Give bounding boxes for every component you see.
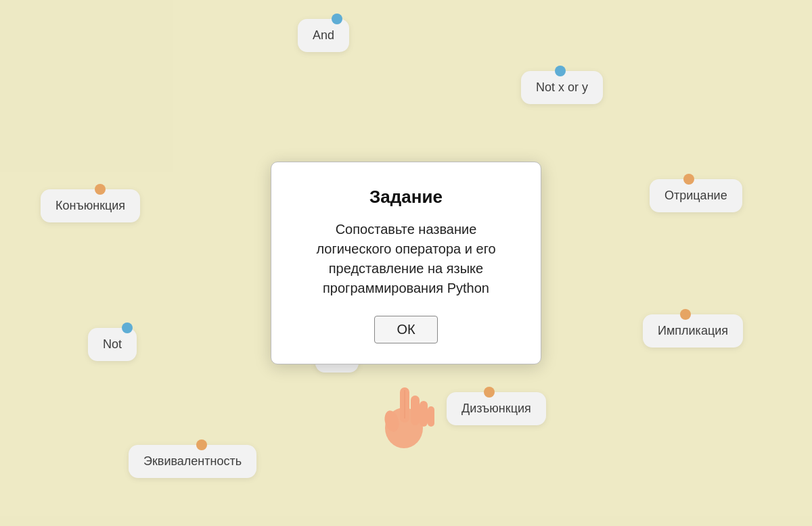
modal-title: Задание — [298, 187, 514, 208]
modal-text: Сопоставьте название логического операто… — [298, 220, 514, 298]
ok-button[interactable]: ОК — [374, 316, 437, 343]
task-modal: Задание Сопоставьте название логического… — [271, 162, 541, 364]
modal-overlay: Задание Сопоставьте название логического… — [0, 0, 812, 526]
